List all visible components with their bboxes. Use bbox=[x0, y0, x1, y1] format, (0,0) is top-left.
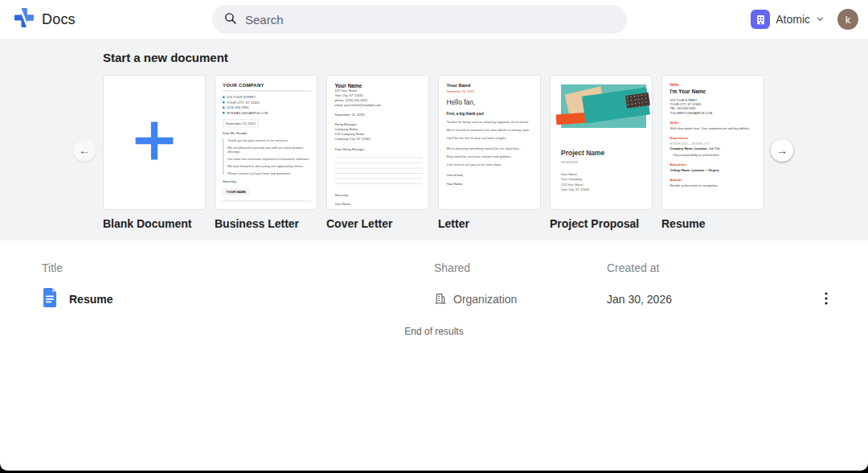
template-card-business-letter[interactable]: YOUR COMPANY 123 YOUR STREET YOUR CITY, … bbox=[215, 75, 317, 210]
column-header-created-at: Created at bbox=[607, 261, 817, 274]
carousel-next-button[interactable]: → bbox=[771, 139, 793, 162]
workspace-name: Atomic bbox=[776, 13, 810, 26]
preview-date: September 24, 20XX bbox=[447, 89, 534, 93]
template-cards-row: Blank Document YOUR COMPANY 123 YOUR STR… bbox=[103, 75, 868, 230]
preview-paragraph: We're excited to announce our new album … bbox=[447, 128, 534, 132]
preview-signature: Your Name bbox=[335, 203, 423, 207]
app-window: Docs bbox=[0, 0, 868, 471]
preview-paragraph: Thanks for being such an amazing support… bbox=[447, 120, 534, 124]
preview-paragraph: We're planning something special for our… bbox=[447, 146, 534, 150]
preview-section-heading: Awards bbox=[670, 178, 758, 182]
preview-closing: Lots of love, bbox=[447, 174, 534, 178]
preview-salutation: Dear Hiring Manager, bbox=[335, 147, 423, 151]
preview-greeting: Hello fan, bbox=[447, 98, 534, 106]
preview-paragraph: Can't wait to see you at our next show. bbox=[447, 162, 534, 167]
preview-section-heading: Education bbox=[670, 162, 758, 167]
search-icon bbox=[223, 11, 237, 28]
preview-job-title: Job Title bbox=[708, 146, 720, 150]
preview-company-bold: Company Name, Location: bbox=[670, 146, 708, 150]
preview-name: Your Name bbox=[335, 83, 423, 89]
preview-date: September 24, 20XX bbox=[223, 119, 259, 128]
app-brand[interactable]: Docs bbox=[0, 7, 76, 31]
template-card-resume[interactable]: Hello, I'm Your Name 123 YOUR STREET YOU… bbox=[661, 75, 764, 210]
column-header-shared: Shared bbox=[434, 261, 607, 274]
template-card-blank[interactable] bbox=[103, 75, 206, 210]
preview-text-line: email: your.email@example.com bbox=[335, 103, 423, 108]
preview-salutation: Dear Ms. Reader, bbox=[223, 132, 311, 136]
organization-icon bbox=[434, 292, 447, 307]
preview-company-name: YOUR COMPANY bbox=[223, 82, 311, 92]
template-card-cover-letter[interactable]: Your Name 123 Your Street Your City, ST … bbox=[326, 75, 429, 210]
proposal-cover-art bbox=[561, 84, 646, 128]
preview-sender: Your Band bbox=[447, 83, 534, 88]
preview-awards-line: Notable achievement or recognition. bbox=[670, 183, 758, 187]
template-col-cover-letter: Your Name 123 Your Street Your City, ST … bbox=[326, 75, 429, 230]
preview-subject: First, a big thank you! bbox=[447, 112, 534, 116]
document-icon bbox=[42, 288, 58, 311]
chevron-down-icon bbox=[816, 12, 825, 27]
template-label-letter: Letter bbox=[438, 217, 541, 230]
preview-company-line: Company Name, Location: Job Title bbox=[670, 146, 758, 150]
kebab-icon bbox=[825, 292, 828, 307]
preview-ruled-lines bbox=[335, 158, 423, 185]
template-label-blank: Blank Document bbox=[103, 217, 206, 230]
preview-dates: MONTH 20XX — MONTH 20YY bbox=[670, 142, 758, 146]
app-title: Docs bbox=[42, 11, 76, 28]
cover-letter-preview: Your Name 123 Your Street Your City, ST … bbox=[327, 76, 429, 210]
preview-text-line: YOU.REPLY@EXAMPLE.COM bbox=[670, 111, 758, 115]
preview-paragraph: Our team has extensive experience in bus… bbox=[227, 157, 311, 161]
search-bar[interactable] bbox=[212, 5, 627, 34]
workspace-switcher[interactable]: Atomic bbox=[751, 10, 825, 29]
preview-paragraph: We are pleased to provide you with our l… bbox=[227, 146, 311, 154]
preview-signature: Your Name bbox=[447, 183, 534, 187]
section-title: Start a new document bbox=[103, 51, 868, 65]
preview-section-heading: Skills bbox=[670, 121, 758, 125]
preview-text-line: Company City, ST 12345 bbox=[335, 137, 423, 142]
avatar-initial: k bbox=[845, 14, 851, 26]
resume-preview: Hello, I'm Your Name 123 YOUR STREET YOU… bbox=[662, 76, 764, 210]
list-header-row: Title Shared Created at bbox=[0, 261, 868, 274]
preview-education-line: College Name, Location — Degree bbox=[670, 168, 758, 172]
document-shared-scope: Organization bbox=[453, 293, 517, 306]
column-header-title: Title bbox=[42, 261, 434, 274]
preview-divider bbox=[223, 201, 311, 202]
preview-text-line: MYEMAIL@EXAMPLE.COM bbox=[223, 110, 311, 116]
end-of-results-text: End of results bbox=[0, 326, 868, 337]
workspace-icon bbox=[751, 10, 770, 29]
template-card-project-proposal[interactable]: Project Name 09.04.20XX Your Name Your C… bbox=[550, 75, 653, 210]
search-input[interactable] bbox=[245, 13, 616, 27]
preview-text-line: Your City, ST 12345 bbox=[561, 187, 589, 193]
preview-paragraph: We look forward to discussing this oppor… bbox=[227, 164, 311, 168]
row-menu-button[interactable] bbox=[817, 290, 836, 309]
template-label-business-letter: Business Letter bbox=[215, 217, 317, 230]
templates-section: Start a new document ← → Blank Document bbox=[0, 39, 868, 241]
plus-icon bbox=[132, 118, 177, 167]
art-orange-shape bbox=[556, 113, 588, 125]
template-col-blank: Blank Document bbox=[103, 75, 206, 230]
carousel-prev-button[interactable]: ← bbox=[73, 139, 96, 162]
template-col-business-letter: YOUR COMPANY 123 YOUR STREET YOUR CITY, … bbox=[215, 75, 317, 230]
document-row[interactable]: Resume Organization Jan 30, 2026 bbox=[0, 286, 868, 313]
business-letter-preview: YOUR COMPANY 123 YOUR STREET YOUR CITY, … bbox=[215, 76, 317, 210]
preview-bullet: Key responsibility or achievement bbox=[670, 153, 758, 157]
preview-hello: Hello, bbox=[670, 83, 758, 87]
template-card-letter[interactable]: Your Band September 24, 20XX Hello fan, … bbox=[438, 75, 541, 210]
template-label-cover-letter: Cover Letter bbox=[326, 217, 429, 230]
preview-paragraph: Thank you for your interest in our servi… bbox=[227, 139, 311, 143]
user-avatar[interactable]: k bbox=[837, 9, 858, 30]
arrow-right-icon: → bbox=[776, 144, 788, 157]
preview-section-heading: Experience bbox=[670, 136, 758, 140]
top-bar: Docs bbox=[0, 0, 868, 39]
preview-project-title: Project Name bbox=[561, 149, 604, 157]
template-label-project-proposal: Project Proposal bbox=[550, 217, 653, 230]
template-label-resume: Resume bbox=[661, 217, 764, 230]
template-col-letter: Your Band September 24, 20XX Hello fan, … bbox=[438, 75, 541, 230]
preview-text-line: Skills description here. Core competenci… bbox=[670, 127, 758, 131]
preview-paragraph: Stay tuned for exclusive content and upd… bbox=[447, 154, 534, 158]
preview-date: 09.04.20XX bbox=[561, 160, 578, 164]
template-col-resume: Hello, I'm Your Name 123 YOUR STREET YOU… bbox=[661, 75, 764, 230]
documents-list-section: Title Shared Created at Resume bbox=[0, 241, 868, 337]
document-title: Resume bbox=[69, 293, 113, 306]
arrow-left-icon: ← bbox=[79, 144, 90, 157]
letter-preview: Your Band September 24, 20XX Hello fan, … bbox=[439, 76, 541, 210]
